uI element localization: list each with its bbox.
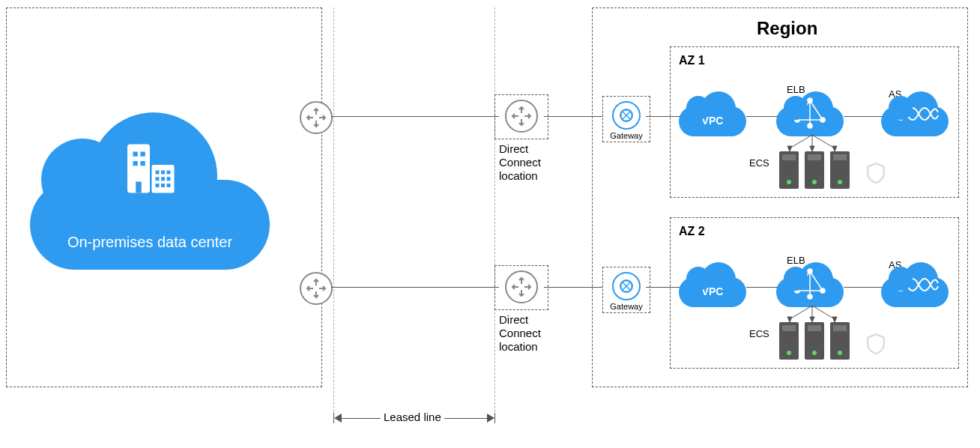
gateway-label: Gateway xyxy=(606,302,647,311)
svg-rect-7 xyxy=(156,171,160,175)
leased-line-left-tick-track xyxy=(333,7,335,423)
elb-label: ELB xyxy=(787,255,805,266)
svg-marker-23 xyxy=(810,146,814,151)
svg-rect-13 xyxy=(156,184,160,187)
connection-line xyxy=(746,287,778,288)
connection-line xyxy=(331,287,499,288)
dc2-label1: Direct xyxy=(499,313,528,326)
tick-mark xyxy=(494,413,495,423)
connection-line xyxy=(844,116,883,117)
svg-rect-12 xyxy=(167,177,171,181)
dc1-label3: location xyxy=(499,169,538,182)
svg-rect-3 xyxy=(133,161,138,166)
router-icon xyxy=(300,272,333,305)
connection-line xyxy=(331,116,499,117)
svg-rect-8 xyxy=(161,171,165,175)
svg-rect-1 xyxy=(133,152,138,157)
svg-rect-4 xyxy=(141,161,145,166)
svg-marker-24 xyxy=(832,146,837,151)
gateway-icon xyxy=(612,101,641,130)
gateway-icon xyxy=(612,272,641,300)
vpc-label: VPC xyxy=(679,115,746,127)
connection-line xyxy=(746,116,778,117)
vpc-cloud-icon: VPC xyxy=(679,277,746,307)
elb-cloud-icon xyxy=(776,106,844,136)
direct-connect-box xyxy=(494,265,548,310)
svg-marker-30 xyxy=(810,317,814,322)
elb-fanout-icon xyxy=(775,135,850,153)
vpc-label: VPC xyxy=(679,285,746,297)
svg-rect-14 xyxy=(161,184,165,187)
svg-rect-5 xyxy=(136,182,142,193)
az2-title: AZ 2 xyxy=(679,225,705,238)
ecs-label: ECS xyxy=(749,328,769,339)
shield-icon xyxy=(866,333,886,355)
leased-line-label: Leased line xyxy=(381,411,444,423)
arrow-left-icon xyxy=(334,414,342,423)
svg-marker-31 xyxy=(832,317,837,322)
gateway-box: Gateway xyxy=(602,267,650,313)
az1-title: AZ 1 xyxy=(679,54,705,67)
router-icon xyxy=(505,270,538,303)
router-icon xyxy=(300,101,333,134)
as-cloud-icon xyxy=(881,277,949,307)
svg-marker-29 xyxy=(787,317,792,322)
dc1-label1: Direct xyxy=(499,142,528,155)
elb-cloud-icon xyxy=(776,277,844,307)
svg-rect-15 xyxy=(167,184,171,187)
ecs-label: ECS xyxy=(749,157,769,169)
elb-fanout-icon xyxy=(775,306,850,324)
region-title: Region xyxy=(757,18,817,39)
router-icon xyxy=(505,100,538,133)
dc1-label2: Connect xyxy=(499,156,541,169)
as-cloud-icon xyxy=(881,106,949,136)
svg-rect-11 xyxy=(161,177,165,181)
onprem-cloud-icon: On-premises data center xyxy=(30,180,270,270)
tick-mark xyxy=(333,413,334,423)
svg-rect-10 xyxy=(156,177,160,181)
server-icon xyxy=(830,151,850,189)
building-icon xyxy=(120,139,180,199)
server-icon xyxy=(830,322,850,360)
direct-connect-box xyxy=(494,94,548,139)
elb-label: ELB xyxy=(787,84,805,95)
vpc-cloud-icon: VPC xyxy=(679,106,746,136)
server-icon xyxy=(805,151,824,189)
gateway-label: Gateway xyxy=(606,131,647,140)
server-icon xyxy=(779,151,799,189)
server-icon xyxy=(779,322,799,360)
connection-line xyxy=(844,287,883,288)
svg-marker-22 xyxy=(787,146,792,151)
svg-rect-2 xyxy=(141,152,145,157)
svg-rect-9 xyxy=(167,171,171,175)
server-icon xyxy=(805,322,824,360)
dc2-label2: Connect xyxy=(499,327,541,339)
dc2-label3: location xyxy=(499,340,538,353)
shield-icon xyxy=(866,162,886,184)
arrow-right-icon xyxy=(487,414,494,423)
onprem-title: On-premises data center xyxy=(30,234,270,251)
gateway-box: Gateway xyxy=(602,96,650,142)
leased-line-right-tick-track xyxy=(494,7,496,423)
